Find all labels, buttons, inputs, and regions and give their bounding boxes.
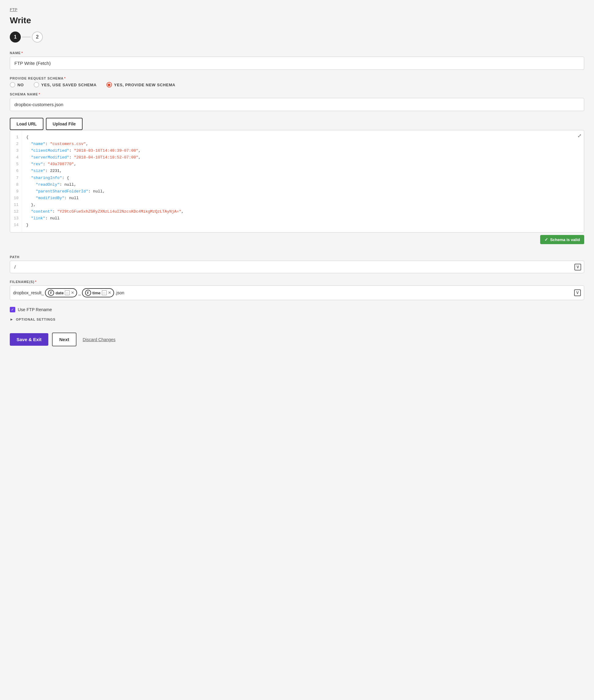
name-label: NAME*: [10, 51, 584, 55]
schema-section: PROVIDE REQUEST SCHEMA* NO YES, USE SAVE…: [10, 76, 584, 248]
radio-yes-new-dot: [106, 82, 112, 88]
chevron-right-icon: ►: [10, 317, 13, 322]
radio-no-label: NO: [18, 83, 24, 87]
name-section: NAME*: [10, 51, 584, 70]
save-exit-button[interactable]: Save & Exit: [10, 333, 48, 346]
filenames-section: FILENAME(S)* dropbox_result_ F date □ ✕ …: [10, 280, 584, 300]
path-input-wrap: V: [10, 261, 584, 273]
time-tag-close[interactable]: ✕: [108, 291, 111, 295]
optional-settings-label: OPTIONAL SETTINGS: [16, 318, 56, 321]
time-tag-options[interactable]: □: [102, 290, 107, 295]
date-tag[interactable]: F date □ ✕: [45, 288, 77, 297]
radio-group: NO YES, USE SAVED SCHEMA YES, PROVIDE NE…: [10, 82, 584, 88]
breadcrumb[interactable]: FTP: [10, 7, 584, 12]
name-input[interactable]: [10, 57, 584, 70]
code-editor[interactable]: ⤢ 1234567891011121314 { "name": "custome…: [10, 130, 584, 232]
time-tag[interactable]: F time □ ✕: [82, 288, 114, 297]
time-tag-icon: F: [85, 290, 91, 296]
radio-no-dot: [10, 82, 15, 88]
checkbox-check-icon: ✓: [11, 308, 14, 312]
radio-yes-saved[interactable]: YES, USE SAVED SCHEMA: [34, 82, 97, 88]
line-numbers: 1234567891011121314: [10, 130, 22, 232]
optional-settings-row[interactable]: ► OPTIONAL SETTINGS: [10, 317, 584, 322]
step-connector: [22, 37, 31, 37]
filename-sep: _: [78, 290, 81, 295]
path-section: PATH V: [10, 255, 584, 273]
date-tag-icon: F: [48, 290, 54, 296]
date-tag-close[interactable]: ✕: [71, 291, 74, 295]
schema-valid-row: ✓ Schema is valid: [10, 235, 584, 248]
time-tag-label: time: [92, 291, 101, 295]
date-tag-options[interactable]: □: [65, 290, 70, 295]
schema-valid-label: Schema is valid: [550, 237, 580, 242]
schema-name-input[interactable]: [10, 98, 584, 111]
next-button[interactable]: Next: [52, 332, 77, 346]
radio-yes-new-label: YES, PROVIDE NEW SCHEMA: [114, 83, 175, 87]
variable-icon-filename[interactable]: V: [574, 289, 581, 296]
schema-label: PROVIDE REQUEST SCHEMA*: [10, 76, 584, 80]
variable-icon-path[interactable]: V: [574, 264, 581, 271]
schema-valid-badge: ✓ Schema is valid: [540, 235, 584, 244]
date-tag-label: date: [55, 291, 64, 295]
steps-indicator: 1 2: [10, 32, 584, 42]
ftp-rename-label: Use FTP Rename: [18, 307, 52, 312]
filenames-label: FILENAME(S)*: [10, 280, 584, 284]
path-input[interactable]: [10, 261, 584, 273]
code-lines: 1234567891011121314 { "name": "customers…: [10, 130, 584, 232]
schema-area: ⤢ 1234567891011121314 { "name": "custome…: [10, 130, 584, 232]
filename-input-wrap[interactable]: dropbox_result_ F date □ ✕ _ F time □ ✕ …: [10, 285, 584, 300]
check-icon: ✓: [544, 237, 548, 242]
ftp-rename-row: ✓ Use FTP Rename: [10, 307, 584, 312]
load-upload-row: Load URL Upload File: [10, 115, 584, 130]
filename-prefix: dropbox_result_: [13, 290, 44, 295]
radio-yes-saved-dot: [34, 82, 39, 88]
ftp-rename-checkbox[interactable]: ✓: [10, 307, 15, 312]
path-label: PATH: [10, 255, 584, 259]
discard-button[interactable]: Discard Changes: [80, 335, 118, 345]
code-content: { "name": "customers.csv", "clientModifi…: [22, 130, 188, 232]
step-1: 1: [10, 32, 21, 42]
schema-name-label: SCHEMA NAME*: [10, 92, 584, 96]
expand-icon[interactable]: ⤢: [578, 133, 582, 139]
filename-suffix: .json: [115, 290, 125, 295]
bottom-bar: Save & Exit Next Discard Changes: [10, 330, 584, 346]
radio-yes-new[interactable]: YES, PROVIDE NEW SCHEMA: [106, 82, 175, 88]
load-url-button[interactable]: Load URL: [10, 118, 43, 130]
radio-no[interactable]: NO: [10, 82, 24, 88]
page-title: Write: [10, 15, 584, 25]
step-2: 2: [32, 32, 43, 42]
radio-yes-saved-label: YES, USE SAVED SCHEMA: [41, 83, 97, 87]
upload-file-button[interactable]: Upload File: [46, 118, 82, 130]
